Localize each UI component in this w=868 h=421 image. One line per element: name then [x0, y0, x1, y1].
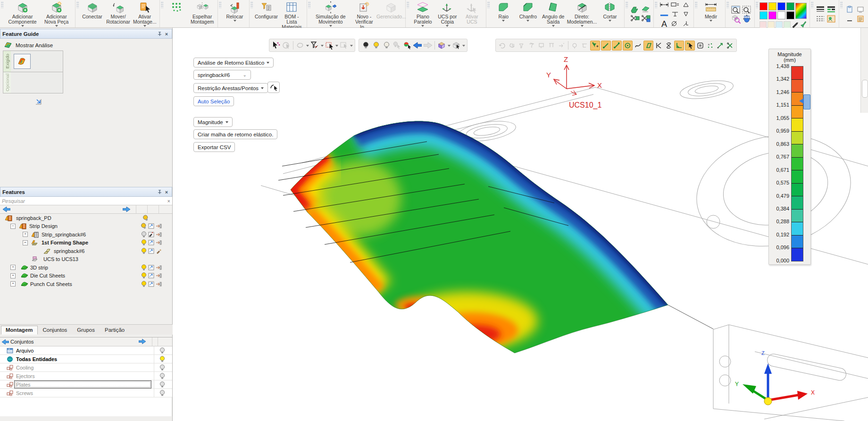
datum-icon[interactable]	[670, 10, 680, 18]
undo-view-icon[interactable]	[413, 41, 422, 50]
draft-angle-button[interactable]: Angulo de Saída	[540, 0, 566, 27]
unfold-sheet-icon[interactable]	[641, 5, 651, 14]
snap-region-icon[interactable]	[696, 41, 705, 50]
snap-segment-icon[interactable]	[612, 41, 622, 51]
send-to-icon[interactable]	[156, 223, 162, 229]
clear-search-icon[interactable]: ×	[167, 198, 170, 204]
export-csv-button[interactable]: Exportar CSV	[193, 142, 235, 152]
nav-forward-icon[interactable]	[139, 339, 146, 344]
layer-assign-icon[interactable]	[148, 273, 154, 278]
direct-modeling-button[interactable]: Direto: Modelamen...	[566, 0, 598, 27]
select-filter-icon[interactable]	[310, 41, 319, 50]
send-to-icon[interactable]	[156, 232, 162, 237]
color-swatch-cyan[interactable]	[760, 11, 768, 19]
dim-leader-icon[interactable]	[681, 19, 691, 28]
snap-circle-icon[interactable]	[623, 41, 633, 51]
snap-line-icon[interactable]	[601, 41, 611, 51]
color-swatch-green[interactable]	[786, 2, 794, 10]
bulb-on-icon[interactable]	[141, 272, 147, 279]
magnitude-dropdown[interactable]: Magnitude	[193, 117, 233, 127]
trim-sheet-icon[interactable]	[630, 5, 640, 14]
snap-rotate-icon[interactable]	[498, 41, 507, 50]
dim-bulb-icon[interactable]	[382, 41, 391, 50]
tree-row-springback6[interactable]: springback#6	[0, 247, 172, 255]
pick-color-icon[interactable]	[402, 41, 412, 50]
tab-montagem[interactable]: Montagem	[1, 326, 38, 335]
tree-row-ucs-to-ucs13[interactable]: UCS to UCS13	[0, 255, 172, 264]
pan-mouse-icon[interactable]	[742, 15, 751, 23]
add-new-part-button[interactable]: Adicionar Nova Peça	[40, 0, 73, 27]
zoom-extent-icon[interactable]	[742, 5, 751, 14]
configure-button[interactable]: Configurar	[254, 0, 279, 27]
send-to-icon[interactable]	[156, 281, 162, 287]
snap-hand-icon[interactable]	[508, 41, 517, 50]
color-swatch-black[interactable]	[786, 11, 794, 19]
select-window-icon[interactable]	[325, 41, 334, 50]
set-row-cooling[interactable]: Cooling	[0, 363, 172, 372]
dim-frame-icon[interactable]	[670, 0, 680, 9]
bulb-off-icon[interactable]	[141, 231, 147, 238]
dim-linear-icon[interactable]	[659, 0, 669, 9]
relocate-button[interactable]: Relocar	[223, 0, 247, 27]
snap-arrow-icon[interactable]	[557, 41, 566, 50]
tab-conjuntos[interactable]: Conjuntos	[38, 326, 72, 335]
nav-back-icon[interactable]	[2, 339, 9, 345]
nav-back-icon[interactable]	[3, 207, 10, 212]
color-swatch-red[interactable]	[760, 2, 768, 10]
select-entity-icon[interactable]	[271, 41, 281, 50]
tree-row-strip-springback[interactable]: Strip_springback#6	[0, 230, 172, 239]
bulb-on-icon[interactable]	[141, 264, 147, 271]
cut-solid-button[interactable]: Cortar	[598, 0, 622, 27]
send-to-icon[interactable]	[156, 265, 162, 270]
snap-grid-icon[interactable]	[527, 41, 536, 50]
bulb-on-icon[interactable]	[141, 248, 147, 254]
snap-intersection-icon[interactable]	[654, 41, 663, 50]
analysis-type-dropdown[interactable]: Análise de Retorno Elástico	[193, 58, 274, 67]
dim-diameter-icon[interactable]	[670, 19, 680, 28]
clipboard-icon[interactable]	[845, 5, 854, 14]
triangle-tolerance-icon[interactable]	[681, 0, 691, 9]
activate-assembly-button[interactable]: Ativar Montage...	[132, 0, 158, 27]
tree-row-die-cut-sheets[interactable]: Die Cut Sheets	[0, 272, 172, 280]
pin-icon[interactable]	[157, 189, 163, 195]
result-combobox[interactable]: springback#6⌄	[193, 70, 251, 80]
hide-bulb-icon[interactable]	[361, 41, 370, 50]
auto-selection-button[interactable]: Auto Seleção	[193, 96, 234, 106]
snap-cross-icon[interactable]	[664, 41, 673, 50]
layer-assign-icon[interactable]	[148, 240, 154, 245]
color-swatch-white[interactable]	[777, 11, 785, 19]
text-tool-icon[interactable]: A	[659, 19, 669, 28]
edge-scroll-handle[interactable]	[862, 80, 868, 98]
color-swatch-magenta[interactable]	[768, 11, 776, 19]
snap-perpendicular-icon[interactable]	[674, 41, 684, 51]
snap-xyz-icon[interactable]	[706, 41, 715, 50]
layer-assign-icon[interactable]	[148, 223, 154, 229]
snap-surface-icon[interactable]	[643, 41, 653, 51]
tree-row-springback-pd[interactable]: springback_PD	[0, 214, 172, 222]
triangle-down-icon[interactable]	[681, 10, 691, 18]
features-search[interactable]: Pesquisar ×	[0, 197, 172, 205]
tree-row-first-forming-shape[interactable]: 1st Forming Shape	[0, 239, 172, 247]
tab-grupos[interactable]: Grupos	[72, 326, 100, 335]
ucs-by-copy-button[interactable]: UCS por Cópia	[435, 0, 459, 27]
expand-toggle[interactable]	[23, 232, 28, 237]
layer-assign-edit-icon[interactable]	[148, 232, 154, 237]
snap-trim-icon[interactable]	[726, 41, 734, 50]
zoom-window-icon[interactable]	[731, 5, 741, 14]
redo-view-icon[interactable]	[423, 41, 433, 50]
tree-row-3d-strip[interactable]: 3D strip	[0, 263, 172, 272]
snap-table-icon[interactable]	[547, 41, 556, 50]
select-lasso-icon[interactable]	[295, 41, 305, 50]
color-gradient-picker[interactable]	[795, 3, 807, 19]
view-orient-caret[interactable]	[462, 41, 465, 50]
display-mode-icon[interactable]	[437, 41, 446, 50]
snap-pick-icon[interactable]	[685, 41, 695, 51]
render-settings-icon[interactable]	[826, 15, 836, 23]
snap-curve-icon[interactable]	[634, 41, 643, 50]
scissors-blue-icon[interactable]	[641, 15, 651, 23]
scissors-green-icon[interactable]	[630, 15, 640, 23]
line-style-icon[interactable]	[816, 15, 825, 23]
set-row-plates[interactable]: Plates	[0, 380, 172, 389]
motion-simulation-button[interactable]: Simulação de Movimento	[312, 0, 349, 27]
set-row-todas-entidades[interactable]: Todas Entidades	[0, 355, 172, 363]
